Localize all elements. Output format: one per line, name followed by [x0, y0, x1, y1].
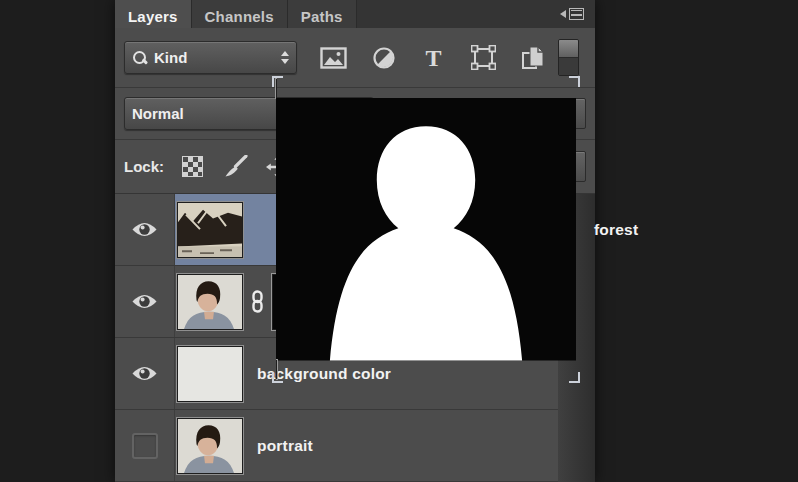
forest-photo: [178, 203, 242, 257]
visibility-toggle[interactable]: [115, 410, 175, 481]
layer-thumbnail-solid[interactable]: [177, 346, 243, 402]
adjustment-icon: [372, 46, 396, 70]
filter-toggle-off-half: [559, 58, 578, 75]
layer-thumbnail-forest[interactable]: [177, 202, 243, 258]
layer-thumbnail-portrait[interactable]: [177, 418, 243, 474]
layer-mask-thumbnail[interactable]: [276, 79, 576, 379]
tab-bar-spacer: [357, 0, 549, 28]
shape-icon: [471, 45, 496, 70]
layer-row-content: forest: [175, 194, 558, 265]
type-icon: T: [425, 46, 441, 70]
visibility-toggle[interactable]: [115, 338, 175, 409]
visibility-empty-checkbox: [132, 433, 158, 459]
brush-icon: [223, 155, 248, 179]
lock-label: Lock:: [124, 158, 164, 175]
mask-selected-corner-icon: [569, 372, 580, 383]
adjustment-layer-filter-button[interactable]: [370, 44, 397, 71]
smart-object-filter-button[interactable]: [520, 44, 547, 71]
smart-object-icon: [521, 45, 546, 71]
visibility-toggle[interactable]: [115, 194, 175, 265]
tab-paths-label: Paths: [301, 8, 343, 25]
layer-rows: forest: [115, 194, 558, 482]
filter-type-buttons: T: [320, 44, 547, 71]
mask-selection-frame: [272, 76, 580, 383]
tab-layers[interactable]: Layers: [115, 0, 192, 28]
eye-icon: [131, 292, 158, 311]
layers-panel: Layers Channels Paths Kind: [115, 0, 595, 482]
mask-selected-corner-icon: [569, 76, 580, 87]
shape-layer-filter-button[interactable]: [470, 44, 497, 71]
dropdown-spinner-icon: [273, 51, 289, 64]
tab-channels[interactable]: Channels: [192, 0, 288, 28]
lock-transparency-button[interactable]: [179, 154, 205, 180]
tab-paths[interactable]: Paths: [288, 0, 357, 28]
layer-name[interactable]: forest: [594, 221, 638, 239]
tab-layers-label: Layers: [128, 8, 178, 25]
filter-toggle-switch[interactable]: [558, 39, 579, 76]
panel-menu-arrow-icon: [560, 10, 566, 18]
panel-menu-button[interactable]: [549, 0, 595, 28]
filter-toggle-on-half: [559, 40, 578, 58]
portrait-photo: [178, 275, 242, 329]
search-icon: [132, 50, 147, 65]
panel-tab-bar: Layers Channels Paths: [115, 0, 595, 28]
mask-link-slot[interactable]: [243, 290, 272, 313]
layer-name[interactable]: portrait: [257, 437, 313, 455]
layer-row-forest[interactable]: forest: [115, 194, 558, 266]
tab-channels-label: Channels: [205, 8, 274, 25]
image-icon: [320, 47, 347, 69]
panel-menu-icon: [569, 8, 584, 20]
eye-icon: [131, 220, 158, 239]
kind-filter-dropdown[interactable]: Kind: [124, 41, 297, 74]
mask-link-icon: [250, 290, 265, 313]
pixel-layer-filter-button[interactable]: [320, 44, 347, 71]
portrait-photo: [178, 419, 242, 473]
type-layer-filter-button[interactable]: T: [420, 44, 447, 71]
layer-row-content: portrait: [175, 410, 558, 481]
mask-selected-corner-icon: [272, 76, 283, 87]
kind-filter-label: Kind: [154, 49, 187, 66]
layers-list: forest: [115, 194, 595, 482]
layer-row-portrait[interactable]: portrait: [115, 410, 558, 482]
mask-silhouette: [276, 98, 576, 361]
lock-pixels-button[interactable]: [222, 154, 248, 180]
layer-thumbnail-portrait[interactable]: [177, 274, 243, 330]
blend-mode-value: Normal: [132, 105, 184, 122]
eye-icon: [131, 364, 158, 383]
mask-selected-corner-icon: [272, 372, 283, 383]
visibility-toggle[interactable]: [115, 266, 175, 337]
checkerboard-icon: [182, 156, 203, 177]
